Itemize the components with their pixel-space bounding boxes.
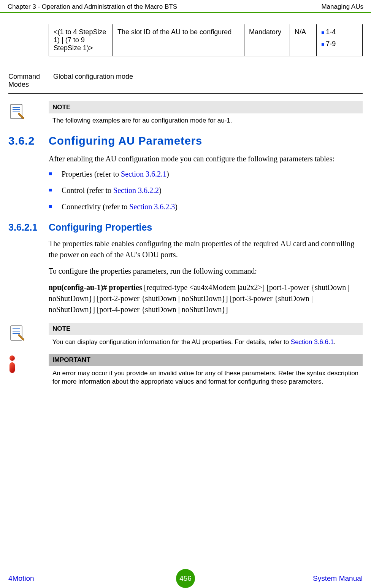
command-modes-row: Command Modes Global configuration mode — [8, 68, 363, 94]
bullet-properties: Properties (refer to Section 3.6.2.1) — [49, 170, 360, 178]
note-title: NOTE — [49, 323, 363, 335]
bullet-text: Properties (refer to — [62, 170, 121, 178]
command-modes-label: Command Modes — [8, 73, 49, 89]
col-default: N/A — [290, 24, 317, 56]
footer-system-manual: System Manual — [313, 574, 363, 583]
subsection-paragraph: The properties table enables configuring… — [49, 238, 360, 260]
syntax-table-row: <(1 to 4 StepSize 1) | (7 to 9 StepSize … — [49, 24, 363, 56]
value-option: 1-4 — [321, 28, 358, 36]
subsection-number: 3.6.2.1 — [8, 222, 49, 233]
page-footer: 4Motion 456 System Manual — [0, 574, 371, 583]
bullet-control: Control (refer to Section 3.6.2.2) — [49, 186, 360, 195]
important-text: An error may occur if you provide an inv… — [49, 366, 363, 386]
important-title: IMPORTANT — [49, 354, 363, 366]
footer-page-number: 456 — [176, 569, 195, 588]
page-content: <(1 to 4 StepSize 1) | (7 to 9 StepSize … — [0, 13, 371, 386]
bullet-text-post: ) — [166, 170, 169, 178]
section-intro: After enabling the AU configuration mode… — [49, 153, 360, 164]
subsection-paragraph: To configure the properties parameters, … — [49, 266, 360, 277]
note-icon — [8, 323, 49, 346]
note-text-pre: You can display configuration informatio… — [52, 338, 291, 346]
note-block: NOTE You can display configuration infor… — [8, 323, 363, 346]
command-modes-value: Global configuration mode — [49, 73, 363, 89]
note-text: The following examples are for au config… — [49, 113, 363, 125]
command-syntax: npu(config-au-1)# properties [required-t… — [49, 282, 360, 315]
note-text: You can display configuration informatio… — [49, 335, 363, 346]
col-description: The slot ID of the AU to be configured — [113, 24, 244, 56]
header-right: Managing AUs — [321, 3, 363, 11]
section-link[interactable]: Section 3.6.2.3 — [129, 202, 175, 211]
bullet-connectivity: Connectivity (refer to Section 3.6.2.3) — [49, 202, 360, 211]
section-link[interactable]: Section 3.6.6.1 — [291, 338, 334, 346]
section-link[interactable]: Section 3.6.2.2 — [113, 186, 159, 194]
note-block: NOTE The following examples are for au c… — [8, 101, 363, 125]
bullet-text: Connectivity (refer to — [62, 202, 129, 211]
important-block: IMPORTANT An error may occur if you prov… — [8, 354, 363, 386]
value-option: 7-9 — [321, 40, 358, 48]
bullet-text-post: ) — [159, 186, 162, 194]
note-title: NOTE — [49, 101, 363, 113]
page-header: Chapter 3 - Operation and Administration… — [0, 0, 371, 13]
section-title: Configuring AU Parameters — [49, 135, 202, 147]
section-heading-362: 3.6.2 Configuring AU Parameters — [8, 135, 363, 147]
important-icon — [8, 354, 49, 386]
subsection-heading-3621: 3.6.2.1 Configuring Properties — [8, 222, 363, 233]
col-syntax-value: <(1 to 4 StepSize 1) | (7 to 9 StepSize … — [49, 24, 113, 56]
section-link[interactable]: Section 3.6.2.1 — [121, 170, 166, 178]
bullet-text: Control (refer to — [62, 186, 113, 194]
footer-brand: 4Motion — [8, 574, 34, 583]
header-left: Chapter 3 - Operation and Administration… — [8, 3, 177, 11]
command-bold: npu(config-au-1)# properties — [49, 283, 142, 292]
section-bullets: Properties (refer to Section 3.6.2.1) Co… — [49, 170, 360, 211]
bullet-text-post: ) — [175, 202, 178, 211]
col-possible-values: 1-4 7-9 — [317, 24, 362, 56]
note-icon — [8, 101, 49, 125]
col-presence: Mandatory — [244, 24, 290, 56]
section-number: 3.6.2 — [8, 135, 49, 147]
subsection-title: Configuring Properties — [49, 222, 152, 233]
note-text-post: . — [334, 338, 336, 346]
